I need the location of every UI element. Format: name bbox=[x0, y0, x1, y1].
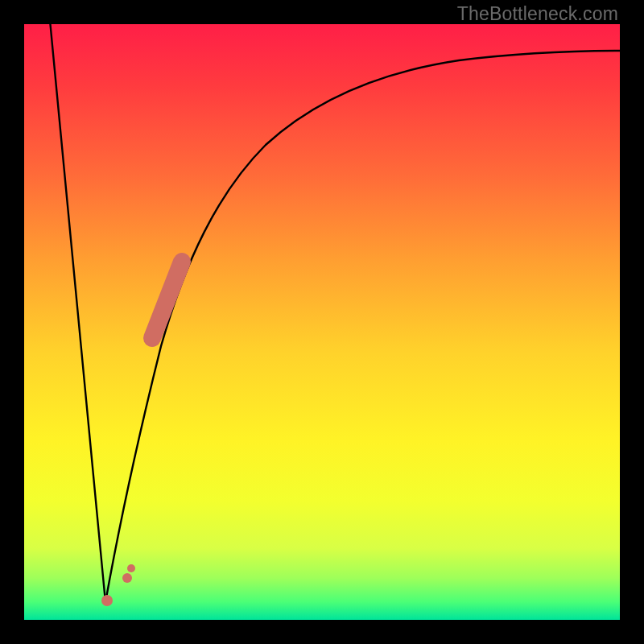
plot-area bbox=[24, 24, 620, 620]
chart-frame: TheBottleneck.com bbox=[0, 0, 644, 644]
attribution-text: TheBottleneck.com bbox=[457, 3, 618, 25]
minimum-dot-c bbox=[127, 564, 135, 572]
minimum-dot-a bbox=[101, 595, 113, 606]
minimum-dot-b bbox=[122, 573, 132, 583]
curve-right-branch bbox=[105, 51, 620, 602]
curve-layer bbox=[24, 24, 620, 620]
curve-left-branch bbox=[50, 24, 105, 602]
